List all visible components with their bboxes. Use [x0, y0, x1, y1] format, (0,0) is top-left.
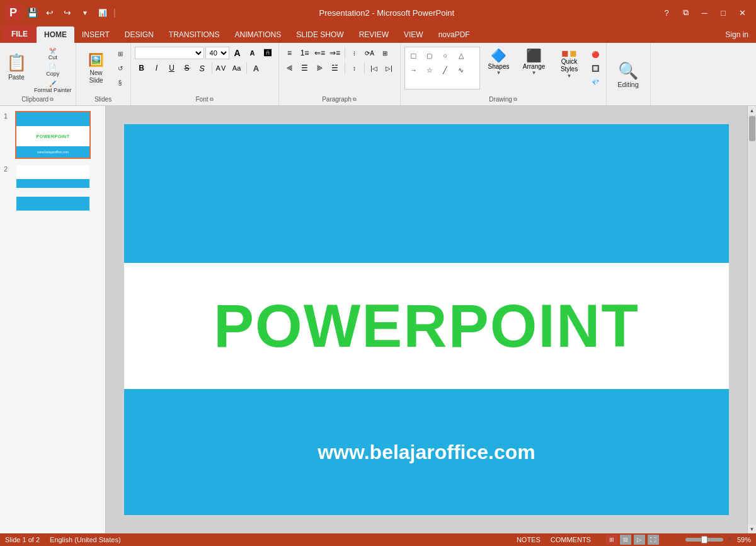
paste-button[interactable]: 📋 Paste — [3, 45, 30, 88]
slide-thumb-1[interactable]: POWERPOINT www.belajaroffice.com — [15, 111, 91, 159]
zoom-out-button[interactable]: − — [674, 535, 683, 544]
zoom-in-button[interactable]: + — [726, 535, 735, 544]
text-direction-button[interactable]: ⟳A — [363, 47, 377, 59]
save-button[interactable]: 💾 — [25, 6, 39, 20]
justify-button[interactable]: ☱ — [328, 62, 342, 74]
tab-file[interactable]: FILE — [3, 25, 37, 43]
shape-star[interactable]: ☆ — [422, 63, 437, 77]
align-center-button[interactable]: ☰ — [298, 62, 312, 74]
tab-transitions[interactable]: TRANSITIONS — [161, 26, 227, 43]
comments-button[interactable]: COMMENTS — [551, 536, 591, 543]
tab-review[interactable]: REVIEW — [352, 26, 396, 43]
bold-button[interactable]: B — [135, 62, 149, 74]
copy-button[interactable]: 📄 Copy — [33, 63, 73, 78]
slideshow-button[interactable]: ⛶ — [648, 535, 659, 545]
shape-fill-button[interactable]: 🔴 — [588, 48, 602, 61]
redo-button[interactable]: ↪ — [60, 6, 74, 20]
decrease-indent-button[interactable]: ⇐≡ — [313, 47, 327, 59]
strikethrough-button[interactable]: S — [180, 62, 194, 74]
align-left-button[interactable]: ⫷ — [283, 62, 297, 74]
tab-slideshow[interactable]: SLIDE SHOW — [289, 26, 351, 43]
numbering-button[interactable]: 1≡ — [298, 47, 312, 59]
zoom-slider[interactable] — [685, 538, 723, 542]
paragraph-expand-icon[interactable]: ⧉ — [353, 96, 357, 103]
section-button[interactable]: § — [114, 76, 127, 90]
new-slide-button[interactable]: 🖼️ NewSlide — [80, 48, 113, 89]
scroll-down-button[interactable]: ▼ — [748, 525, 757, 533]
ribbon-display-button[interactable]: ⧉ — [677, 4, 694, 21]
right-indent-button[interactable]: ▷| — [382, 62, 396, 74]
title-bar-left: P 💾 ↩ ↪ ▼ 📊 | — [5, 4, 116, 21]
layout-button[interactable]: ⊞ — [114, 47, 127, 61]
font-size-select[interactable]: 40 — [205, 47, 229, 59]
clipboard-group: 📋 Paste ✂️ Cut 📄 Copy 🖌️ Format Painter — [0, 43, 76, 105]
increase-font-button[interactable]: A — [231, 47, 244, 59]
clear-format-button[interactable]: 🅰 — [261, 47, 275, 59]
increase-indent-button[interactable]: ⇒≡ — [328, 47, 342, 59]
normal-view-button[interactable]: ⊞ — [606, 535, 617, 545]
decrease-font-button[interactable]: A — [246, 47, 260, 59]
shape-rect[interactable]: □ — [406, 49, 421, 62]
shape-curve[interactable]: ∿ — [454, 63, 469, 77]
scroll-up-button[interactable]: ▲ — [748, 106, 757, 115]
close-button[interactable]: ✕ — [733, 4, 751, 21]
minimize-button[interactable]: ─ — [696, 4, 713, 21]
customize-qat-button[interactable]: ▼ — [78, 6, 92, 20]
reset-button[interactable]: ↺ — [114, 61, 127, 75]
change-case-button[interactable]: Aa — [230, 62, 244, 74]
italic-button[interactable]: I — [150, 62, 164, 74]
slide-thumb-2[interactable] — [15, 164, 91, 212]
tab-view[interactable]: VIEW — [396, 26, 431, 43]
slide-sorter-button[interactable]: ⊟ — [620, 535, 631, 545]
shape-triangle[interactable]: △ — [454, 49, 469, 62]
format-painter-button[interactable]: 🖌️ Format Painter — [33, 79, 73, 95]
para-row-2: ⫷ ☰ ⫸ ☱ ↕ |◁ ▷| — [283, 62, 396, 74]
language-indicator: English (United States) — [50, 536, 121, 543]
ribbon-tabs: FILE HOME INSERT DESIGN TRANSITIONS ANIM… — [0, 25, 756, 43]
font-family-select[interactable] — [135, 47, 204, 59]
clipboard-expand-icon[interactable]: ⧉ — [50, 96, 54, 103]
undo-button[interactable]: ↩ — [43, 6, 57, 20]
tab-animations[interactable]: ANIMATIONS — [227, 26, 289, 43]
drawing-expand-icon[interactable]: ⧉ — [513, 96, 517, 103]
drawing-group: □ ▢ ○ △ → ☆ ╱ ∿ 🔷 Shapes ▼ ⬛ Arrange — [401, 43, 607, 105]
slide-canvas[interactable]: POWERPOINT www.belajaroffice.com — [124, 124, 729, 515]
font-row-2: B I U S S AV Aa A — [135, 62, 263, 74]
scroll-thumb[interactable] — [749, 116, 755, 141]
underline-button[interactable]: U — [165, 62, 179, 74]
shape-line[interactable]: ╱ — [438, 63, 453, 77]
reading-view-button[interactable]: ▷ — [634, 535, 645, 545]
arrange-button[interactable]: ⬛ Arrange ▼ — [518, 47, 551, 77]
shape-oval[interactable]: ○ — [438, 49, 453, 62]
shape-outline-button[interactable]: 🔲 — [588, 62, 602, 74]
quick-styles-button[interactable]: ◼ ◼ QuickStyles ▼ — [553, 47, 586, 80]
shape-right-arrow[interactable]: → — [406, 63, 421, 77]
convert-smartart-button[interactable]: ⊞ — [378, 47, 392, 59]
presentation-mode-button[interactable]: 📊 — [96, 6, 110, 20]
sign-in-button[interactable]: Sign in — [718, 26, 756, 43]
columns-button[interactable]: ⫶ — [348, 47, 362, 59]
tab-home[interactable]: HOME — [37, 26, 74, 43]
slide-item-1[interactable]: 1 POWERPOINT www.belajaroffice.com — [4, 111, 101, 159]
help-button[interactable]: ? — [658, 4, 675, 21]
tab-insert[interactable]: INSERT — [74, 26, 117, 43]
notes-button[interactable]: NOTES — [517, 536, 541, 543]
align-right-button[interactable]: ⫸ — [313, 62, 327, 74]
copy-label: Copy — [46, 71, 59, 77]
tab-design[interactable]: DESIGN — [117, 26, 161, 43]
maximize-button[interactable]: □ — [714, 4, 732, 21]
font-color-button[interactable]: A — [249, 62, 263, 74]
bullets-button[interactable]: ≡ — [283, 47, 297, 59]
cut-button[interactable]: ✂️ Cut — [33, 47, 73, 62]
char-spacing-button[interactable]: AV — [215, 62, 229, 74]
line-spacing-button[interactable]: ↕ — [348, 62, 362, 74]
editing-button[interactable]: 🔍 Editing — [615, 59, 641, 91]
shape-rounded-rect[interactable]: ▢ — [422, 49, 437, 62]
tab-novapdf[interactable]: novaPDF — [431, 26, 478, 43]
left-indent-button[interactable]: |◁ — [367, 62, 381, 74]
font-expand-icon[interactable]: ⧉ — [210, 96, 214, 103]
shadow-button[interactable]: S — [195, 62, 209, 74]
slide-item-2[interactable]: 2 — [4, 164, 101, 212]
shape-effects-button[interactable]: 💎 — [588, 76, 602, 88]
shapes-button[interactable]: 🔷 Shapes ▼ — [483, 47, 515, 77]
